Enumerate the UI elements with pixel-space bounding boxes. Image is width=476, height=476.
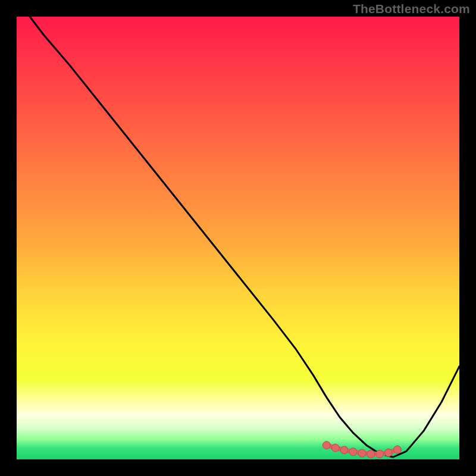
valley-marker [322, 441, 330, 449]
valley-marker [358, 449, 366, 457]
plot-svg [17, 17, 459, 459]
valley-marker [331, 444, 339, 452]
watermark-text: TheBottleneck.com [353, 2, 470, 16]
valley-marker [340, 446, 348, 454]
valley-marker [384, 449, 392, 456]
plot-area [17, 17, 459, 459]
valley-marker [349, 448, 357, 456]
chart-frame: TheBottleneck.com [0, 0, 476, 476]
valley-marker [367, 450, 375, 458]
valley-marker [393, 446, 401, 453]
valley-marker [376, 450, 384, 458]
